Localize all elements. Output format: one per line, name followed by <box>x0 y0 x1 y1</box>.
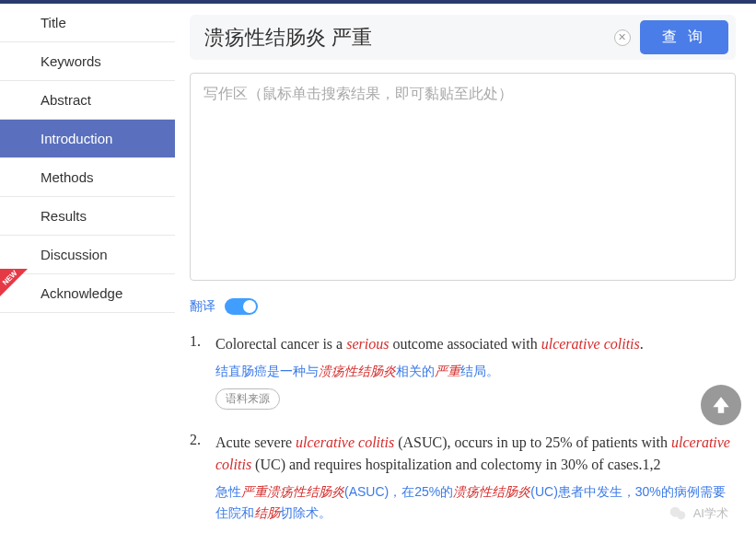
main-panel: ✕ 查 询 翻译 1. Colorectal cancer is a serio… <box>175 4 756 544</box>
sidebar-item-acknowledge[interactable]: NEW Acknowledge <box>0 274 175 313</box>
search-bar: ✕ 查 询 <box>190 15 736 60</box>
sidebar-item-results[interactable]: Results <box>0 197 175 236</box>
result-body: Colorectal cancer is a serious outcome a… <box>215 333 736 410</box>
result-en-text: Colorectal cancer is a serious outcome a… <box>215 333 736 355</box>
search-input[interactable] <box>197 22 605 53</box>
footer-watermark: AI学术 <box>668 503 728 524</box>
results-list: 1. Colorectal cancer is a serious outcom… <box>190 333 736 530</box>
query-button[interactable]: 查 询 <box>640 20 728 54</box>
result-item[interactable]: 2. Acute severe ulcerative colitis (ASUC… <box>190 432 736 530</box>
result-zh-text: 急性严重溃疡性结肠炎(ASUC)，在25%的溃疡性结肠炎(UC)患者中发生，30… <box>215 481 736 523</box>
translate-row: 翻译 <box>190 298 736 315</box>
container: Title Keywords Abstract Introduction Met… <box>0 4 756 544</box>
source-button[interactable]: 语料来源 <box>215 388 280 410</box>
arrow-up-icon <box>709 393 733 417</box>
result-item[interactable]: 1. Colorectal cancer is a serious outcom… <box>190 333 736 410</box>
sidebar-item-abstract[interactable]: Abstract <box>0 81 175 120</box>
writing-area[interactable] <box>190 73 736 281</box>
result-number: 2. <box>190 432 203 530</box>
result-body: Acute severe ulcerative colitis (ASUC), … <box>215 432 736 530</box>
sidebar-item-methods[interactable]: Methods <box>0 158 175 197</box>
clear-icon[interactable]: ✕ <box>614 29 631 46</box>
sidebar-item-introduction[interactable]: Introduction <box>0 120 175 158</box>
sidebar-item-keywords[interactable]: Keywords <box>0 42 175 81</box>
scroll-top-button[interactable] <box>701 385 741 425</box>
sidebar: Title Keywords Abstract Introduction Met… <box>0 4 175 544</box>
sidebar-item-title[interactable]: Title <box>0 4 175 42</box>
translate-toggle[interactable] <box>225 298 258 315</box>
wechat-icon <box>668 503 688 524</box>
result-number: 1. <box>190 333 203 410</box>
result-zh-text: 结直肠癌是一种与溃疡性结肠炎相关的严重结局。 <box>215 361 736 381</box>
result-en-text: Acute severe ulcerative colitis (ASUC), … <box>215 432 736 476</box>
svg-point-3 <box>677 511 685 519</box>
translate-label: 翻译 <box>190 298 215 315</box>
new-badge-icon: NEW <box>0 269 33 307</box>
